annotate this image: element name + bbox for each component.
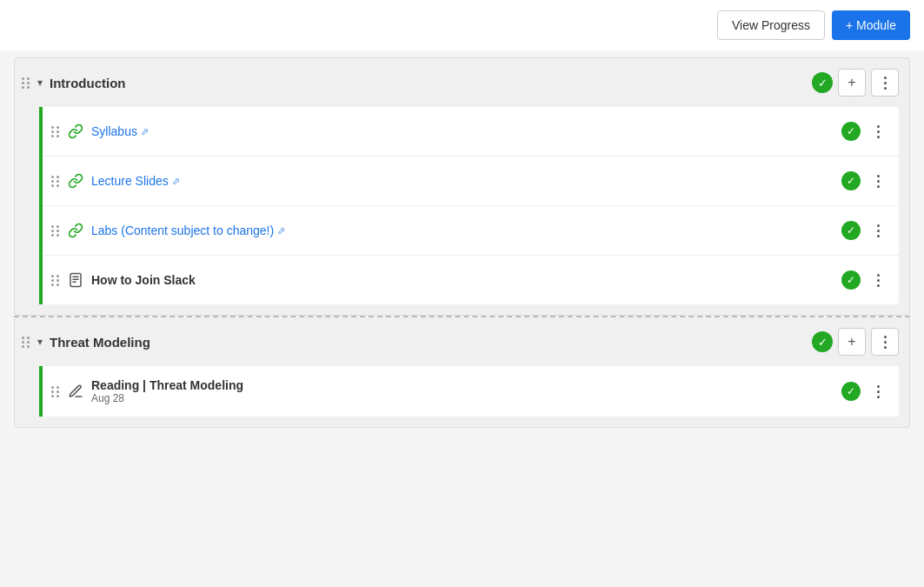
item-label-lecture-slides: Lecture Slides ⬀ <box>91 174 834 188</box>
item-drag-handle[interactable] <box>51 225 60 237</box>
module-introduction: ▾ Introduction ✓ + <box>14 57 910 316</box>
module-tm-more-button[interactable] <box>871 328 899 356</box>
item-drag-handle[interactable] <box>51 126 60 137</box>
item-drag-handle[interactable] <box>51 275 60 286</box>
module-drag-handle[interactable] <box>22 77 30 89</box>
item-more-labs[interactable] <box>866 218 890 243</box>
module-threat-modeling-header: ▾ Threat Modeling ✓ + <box>15 317 909 366</box>
link-icon <box>67 172 84 190</box>
module-introduction-add-button[interactable]: + <box>838 69 866 97</box>
list-item: Labs (Content subject to change!) ⬀ ✓ <box>43 206 899 256</box>
module-introduction-more-button[interactable] <box>871 69 899 97</box>
top-bar: View Progress + Module <box>0 0 924 50</box>
module-introduction-actions: ✓ + <box>812 69 899 97</box>
module-tm-actions: ✓ + <box>812 328 899 356</box>
module-title-tm: Threat Modeling <box>50 335 807 350</box>
reading-icon <box>67 383 84 400</box>
external-link-icon: ⬀ <box>172 176 180 187</box>
item-label-slack: How to Join Slack <box>91 273 834 287</box>
item-status-lecture-slides: ✓ <box>841 171 861 190</box>
item-sub-date: Aug 28 <box>91 392 834 404</box>
list-item: Reading | Threat Modeling Aug 28 ✓ <box>43 366 899 417</box>
item-status-labs: ✓ <box>841 221 861 240</box>
module-chevron-tm[interactable]: ▾ <box>37 336 43 348</box>
item-actions-slack: ✓ <box>841 268 890 292</box>
link-icon <box>67 123 84 140</box>
item-more-slack[interactable] <box>866 268 890 292</box>
item-more-lecture-slides[interactable] <box>866 169 890 193</box>
module-tm-items: Reading | Threat Modeling Aug 28 ✓ <box>39 366 899 417</box>
item-status-slack: ✓ <box>841 270 861 290</box>
item-sub-reading-tm: Reading | Threat Modeling Aug 28 <box>91 378 834 404</box>
item-more-syllabus[interactable] <box>866 119 890 143</box>
external-link-icon: ⬀ <box>141 126 149 137</box>
list-item: Lecture Slides ⬀ ✓ <box>43 157 899 206</box>
add-module-button[interactable]: + Module <box>832 10 910 40</box>
item-more-reading-tm[interactable] <box>866 379 890 404</box>
item-label-syllabus: Syllabus ⬀ <box>91 124 834 138</box>
view-progress-button[interactable]: View Progress <box>717 10 825 40</box>
module-title-introduction: Introduction <box>50 76 807 90</box>
module-threat-modeling: ▾ Threat Modeling ✓ + <box>14 317 910 428</box>
list-item: How to Join Slack ✓ <box>43 256 899 304</box>
page-content: ▾ Introduction ✓ + <box>0 50 924 435</box>
module-introduction-items: Syllabus ⬀ ✓ <box>39 107 899 304</box>
module-introduction-header: ▾ Introduction ✓ + <box>15 58 909 107</box>
item-status-syllabus: ✓ <box>841 122 861 141</box>
module-introduction-status: ✓ <box>812 72 833 93</box>
list-item: Syllabus ⬀ ✓ <box>43 107 899 157</box>
link-icon <box>67 222 84 239</box>
item-actions-lecture-slides: ✓ <box>841 169 890 193</box>
page-icon <box>67 271 84 289</box>
module-tm-add-button[interactable]: + <box>838 328 866 356</box>
item-actions-syllabus: ✓ <box>841 119 890 143</box>
item-actions-reading-tm: ✓ <box>841 379 890 404</box>
module-drag-handle-tm[interactable] <box>22 337 30 348</box>
item-status-reading-tm: ✓ <box>841 382 861 401</box>
module-chevron-introduction[interactable]: ▾ <box>37 77 43 89</box>
item-label-labs: Labs (Content subject to change!) ⬀ <box>91 223 834 237</box>
external-link-icon: ⬀ <box>277 225 285 237</box>
item-drag-handle[interactable] <box>51 176 60 187</box>
item-drag-handle-tm[interactable] <box>51 386 60 397</box>
item-sub-label: Reading | Threat Modeling <box>91 378 834 392</box>
item-actions-labs: ✓ <box>841 218 890 243</box>
module-tm-status: ✓ <box>812 331 833 352</box>
